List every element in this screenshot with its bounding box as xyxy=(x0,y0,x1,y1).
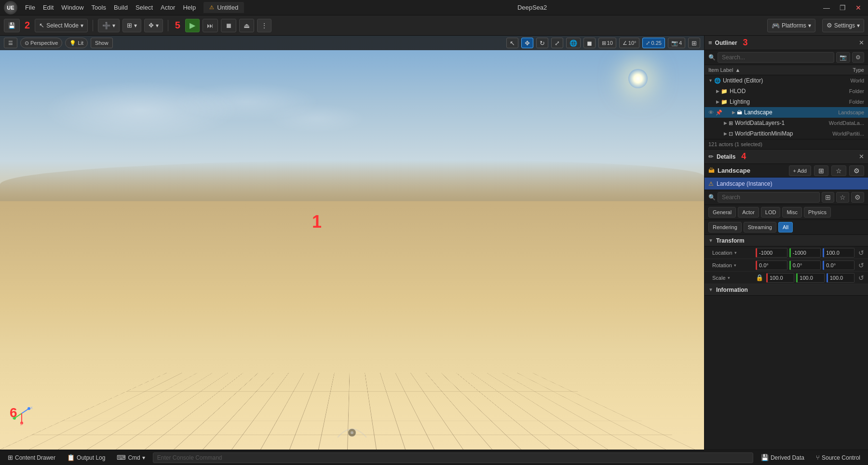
location-dropdown-icon[interactable]: ▾ xyxy=(734,250,737,255)
console-input[interactable] xyxy=(153,452,753,463)
stop-button[interactable]: ⏹ xyxy=(221,19,236,32)
rotation-dropdown-icon[interactable]: ▾ xyxy=(734,263,736,268)
location-z-value[interactable]: 100.0 xyxy=(823,248,854,258)
expand-icon[interactable]: ▼ xyxy=(708,78,713,83)
minimize-button[interactable]: — xyxy=(820,3,833,13)
tree-item-minimap[interactable]: ▶ ⊡ WorldPartitionMiniMap WorldPartiti..… xyxy=(705,128,868,139)
filter-actor-tab[interactable]: Actor xyxy=(738,207,759,218)
platforms-button[interactable]: 🎮 Platforms ▾ xyxy=(767,19,815,32)
play-button[interactable]: ▶ xyxy=(185,19,200,32)
perspective-button[interactable]: ⊙ Perspective xyxy=(20,38,62,48)
select-tool-btn[interactable]: ↖ xyxy=(506,38,518,48)
window-menu[interactable]: Window xyxy=(57,2,87,13)
scale-z-value[interactable]: 100.0 xyxy=(827,273,854,283)
snap-button[interactable]: ⊞ ▾ xyxy=(122,19,141,32)
surface-snapping-btn[interactable]: ◼ xyxy=(583,38,596,48)
outliner-camera-btn[interactable]: 📷 xyxy=(836,52,850,63)
rotation-reset-icon[interactable]: ↺ xyxy=(858,261,864,269)
translate-tool-btn[interactable]: ✥ xyxy=(521,38,533,48)
transform-button[interactable]: ✥ ▾ xyxy=(144,19,163,32)
lit-button[interactable]: 💡 Lit xyxy=(65,38,88,48)
filter-all-tab[interactable]: All xyxy=(778,222,793,232)
maximize-button[interactable]: ❐ xyxy=(837,3,849,13)
lock-toggle[interactable]: 📌 xyxy=(716,109,722,116)
tree-item-hlod[interactable]: ▶ 📁 HLOD Folder xyxy=(705,86,868,96)
scale-y-value[interactable]: 100.0 xyxy=(796,273,824,283)
cmd-button[interactable]: ⌨ Cmd ▾ xyxy=(113,452,149,463)
component-settings-btn[interactable]: ⚙ xyxy=(849,165,864,176)
settings-button[interactable]: ⚙ Settings ▾ xyxy=(822,19,864,32)
tree-item-worlddata[interactable]: ▶ ⊞ WorldDataLayers-1 WorldDataLa... xyxy=(705,118,868,128)
scale-x-value[interactable]: 100.0 xyxy=(766,273,794,283)
location-x-value[interactable]: -1000 xyxy=(756,248,787,258)
details-layout-btn[interactable]: ⊞ xyxy=(822,192,834,203)
build-menu[interactable]: Build xyxy=(110,2,132,13)
outliner-close-button[interactable]: ✕ xyxy=(859,39,864,46)
more-options-button[interactable]: ⋮ xyxy=(257,19,271,32)
scale-dropdown-icon[interactable]: ▾ xyxy=(728,275,730,280)
content-drawer-button[interactable]: ⊞ Content Drawer xyxy=(4,452,59,463)
details-settings-btn[interactable]: ⚙ xyxy=(851,192,864,203)
source-control-button[interactable]: ⑂ Source Control xyxy=(812,452,864,463)
expand-icon[interactable]: ▶ xyxy=(724,131,727,136)
add-actor-button[interactable]: ➕ ▾ xyxy=(98,19,120,32)
outliner-settings-btn[interactable]: ⚙ xyxy=(852,52,864,63)
item-label-col[interactable]: Item Label ▲ xyxy=(708,67,816,73)
information-section-header[interactable]: ▼ Information xyxy=(705,284,868,296)
component-star-btn[interactable]: ☆ xyxy=(831,165,846,176)
filter-streaming-tab[interactable]: Streaming xyxy=(744,222,776,232)
scale-snap-btn[interactable]: ⤢ 0.25 xyxy=(642,38,665,48)
transform-section-header[interactable]: ▼ Transform xyxy=(705,235,868,246)
angle-snap-btn[interactable]: ∠ 10° xyxy=(619,38,640,48)
location-reset-icon[interactable]: ↺ xyxy=(858,249,864,257)
expand-icon[interactable]: ▶ xyxy=(716,99,719,104)
rotation-y-value[interactable]: 0.0° xyxy=(789,260,821,270)
select-mode-button[interactable]: ↖ Select Mode ▾ xyxy=(35,19,88,32)
component-layout-btn[interactable]: ⊞ xyxy=(814,165,828,176)
rotation-x-value[interactable]: 0.0° xyxy=(756,260,787,270)
vp-layout-btn[interactable]: ⊞ xyxy=(688,38,700,48)
outliner-search-input[interactable] xyxy=(718,52,834,63)
untitled-tab[interactable]: ⚠ Untitled xyxy=(203,2,244,13)
eject-button[interactable]: ⏏ xyxy=(239,19,254,32)
filter-physics-tab[interactable]: Physics xyxy=(804,207,831,218)
filter-general-tab[interactable]: General xyxy=(708,207,736,218)
expand-icon[interactable]: ▶ xyxy=(716,89,719,94)
add-component-button[interactable]: + Add xyxy=(789,165,811,176)
tree-item-lighting[interactable]: ▶ 📁 Lighting Folder xyxy=(705,96,868,107)
derived-data-button[interactable]: 💾 Derived Data xyxy=(757,452,808,463)
tree-item-untitled[interactable]: ▼ 🌐 Untitled (Editor) World xyxy=(705,75,868,86)
filter-lod-tab[interactable]: LOD xyxy=(761,207,781,218)
vp-hamburger-button[interactable]: ☰ xyxy=(4,38,17,48)
show-button[interactable]: Show xyxy=(91,38,113,48)
select-menu[interactable]: Select xyxy=(132,2,157,13)
filter-rendering-tab[interactable]: Rendering xyxy=(708,222,742,232)
grid-toggle-btn[interactable]: ⊞ 10 xyxy=(598,38,616,48)
expand-icon[interactable]: ▶ xyxy=(724,121,727,125)
file-menu[interactable]: File xyxy=(21,2,39,13)
tools-menu[interactable]: Tools xyxy=(88,2,110,13)
expand-icon[interactable]: ▶ xyxy=(732,110,735,115)
world-space-btn[interactable]: 🌐 xyxy=(566,38,581,48)
edit-menu[interactable]: Edit xyxy=(39,2,57,13)
viewport[interactable]: ☰ ⊙ Perspective 💡 Lit Show ↖ ✥ ↻ ⤢ 🌐 ◼ ⊞ xyxy=(0,36,704,450)
step-button[interactable]: ⏭ xyxy=(203,19,218,32)
help-menu[interactable]: Help xyxy=(179,2,200,13)
rotation-z-value[interactable]: 0.0° xyxy=(823,260,854,270)
filter-misc-tab[interactable]: Misc xyxy=(782,207,802,218)
scale-lock-icon[interactable]: 🔒 xyxy=(756,274,763,281)
tree-item-landscape[interactable]: 👁 📌 ▶ 🏔 Landscape Landscape xyxy=(705,107,868,118)
details-star-btn[interactable]: ☆ xyxy=(836,192,849,203)
visibility-toggle[interactable]: 👁 xyxy=(708,109,714,115)
details-close-button[interactable]: ✕ xyxy=(859,153,864,160)
actor-menu[interactable]: Actor xyxy=(157,2,179,13)
close-button[interactable]: ✕ xyxy=(853,3,864,13)
details-search-input[interactable] xyxy=(718,192,820,203)
rotate-tool-btn[interactable]: ↻ xyxy=(536,38,548,48)
camera-speed-btn[interactable]: 📷 4 xyxy=(668,38,685,48)
scale-reset-icon[interactable]: ↺ xyxy=(858,274,864,282)
scale-tool-btn[interactable]: ⤢ xyxy=(551,38,563,48)
save-button[interactable]: 💾 xyxy=(4,19,20,32)
output-log-button[interactable]: 📋 Output Log xyxy=(63,452,109,463)
location-y-value[interactable]: -1000 xyxy=(789,248,821,258)
